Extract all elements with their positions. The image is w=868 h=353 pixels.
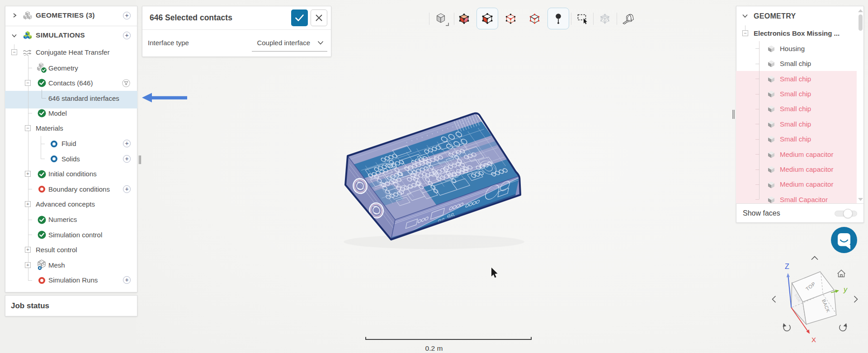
svg-text:0.2 m: 0.2 m <box>425 344 443 352</box>
svg-text:Z: Z <box>785 263 789 270</box>
svg-text:X: X <box>811 336 816 344</box>
svg-text:y: y <box>843 286 848 293</box>
